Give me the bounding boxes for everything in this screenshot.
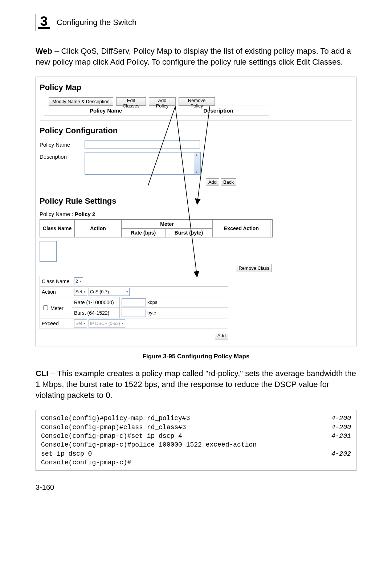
exceed-set-select[interactable]: Set▾ (74, 319, 87, 327)
class-name-header: Class Name (40, 220, 74, 237)
cli-ref: 4-200 (331, 423, 351, 432)
cli-command: Console(config-pmap)#class rd_class#3 (41, 423, 186, 432)
cli-box: Console(config)#policy-map rd_policy#34-… (36, 410, 356, 471)
scrollbar[interactable]: ▴▾ (194, 152, 200, 174)
action-row-label: Action (40, 287, 72, 297)
description-header: Description (168, 107, 269, 114)
chapter-title: Configuring the Switch (57, 18, 136, 27)
chapter-number: 3 (36, 15, 52, 28)
chevron-down-icon: ▾ (84, 290, 86, 294)
cli-ref: 4-200 (331, 414, 351, 423)
class-name-select[interactable]: 2▾ (74, 277, 83, 285)
policy-name-label: Policy Name (40, 142, 85, 148)
back-button[interactable]: Back (221, 178, 236, 186)
meter-checkbox[interactable] (43, 305, 48, 310)
edit-classes-button[interactable]: Edit Classes (116, 97, 146, 106)
chapter-badge: 3 (36, 14, 52, 31)
policy-name-input[interactable] (85, 141, 200, 148)
class-name-row-label: Class Name (40, 276, 72, 287)
cli-ref: 4-201 (331, 432, 351, 440)
action-set-select[interactable]: Set▾ (74, 288, 87, 296)
policy-map-figure: Policy Map Modify Name & Description Edi… (36, 77, 356, 346)
policy-rule-title: Policy Rule Settings (40, 196, 352, 206)
description-label: Description (40, 152, 85, 160)
cli-command: set ip dscp 0 (41, 449, 92, 458)
cli-command: Console(config-pmap-c)#set ip dscp 4 (41, 432, 182, 440)
description-textarea[interactable]: ▴▾ (85, 152, 201, 175)
action-header: Action (74, 220, 122, 237)
cli-command: Console(config-pmap-c)# (41, 458, 131, 467)
policy-name-header: Policy Name (44, 107, 168, 114)
chevron-down-icon: ▾ (122, 322, 124, 325)
burst-label: Burst (64-1522) (72, 308, 120, 318)
chevron-down-icon: ▾ (84, 322, 86, 325)
rate-label: Rate (1-1000000) (72, 297, 120, 308)
figure-caption: Figure 3-95 Configuring Policy Maps (36, 353, 356, 360)
add-policy-button[interactable]: Add Policy (149, 97, 176, 106)
chevron-down-icon: ▾ (80, 280, 82, 283)
burst-unit: byte (147, 310, 156, 315)
policy-map-title: Policy Map (40, 83, 352, 92)
cli-paragraph: CLI – This example creates a policy map … (36, 368, 356, 400)
rate-unit: kbps (147, 300, 157, 305)
chevron-down-icon: ▾ (126, 290, 128, 294)
cli-ref: 4-202 (331, 449, 351, 458)
exceed-row-label: Exceed (40, 318, 72, 329)
remove-class-button[interactable]: Remove Class (236, 264, 272, 272)
remove-policy-button[interactable]: Remove Policy (179, 97, 215, 106)
policy-config-title: Policy Configuration (40, 126, 352, 135)
web-paragraph: Web – Click QoS, DiffServ, Policy Map to… (36, 46, 356, 67)
web-bold: Web (36, 46, 52, 56)
rate-header: Rate (bps) (122, 228, 165, 237)
exceed-dscp-select[interactable]: IP DSCP (0-63)▾ (89, 319, 125, 327)
policy-name-prefix: Policy Name : (40, 211, 75, 217)
modify-name-button[interactable]: Modify Name & Description (49, 97, 113, 106)
action-cos-select[interactable]: CoS (0-7)▾ (89, 288, 130, 296)
add-rule-button[interactable]: Add (215, 332, 228, 339)
burst-input[interactable] (122, 309, 146, 317)
meter-header: Meter (122, 220, 212, 228)
add-button[interactable]: Add (206, 178, 219, 186)
cli-bold: CLI (36, 369, 48, 378)
cli-rest: – This example creates a policy map call… (36, 369, 356, 399)
policy-name-value: Policy 2 (75, 211, 95, 217)
web-rest: – Click QoS, DiffServ, Policy Map to dis… (36, 46, 351, 66)
page-number: 3-160 (36, 483, 356, 492)
burst-header: Burst (byte) (165, 228, 212, 237)
cli-command: Console(config)#policy-map rd_policy#3 (41, 414, 190, 423)
meter-row-label: Meter (50, 305, 64, 311)
rate-input[interactable] (122, 298, 146, 306)
class-listbox[interactable] (40, 241, 57, 262)
cli-command: Console(config-pmap-c)#police 100000 152… (41, 440, 257, 449)
exceed-action-header: Exceed Action (212, 220, 270, 237)
